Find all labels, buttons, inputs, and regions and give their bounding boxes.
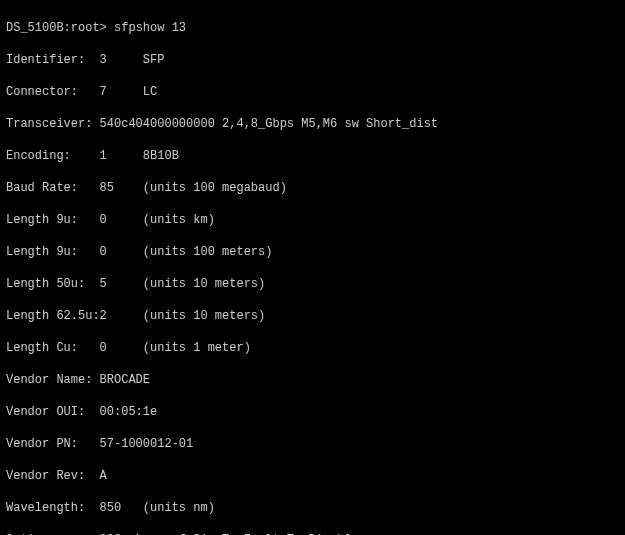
row-len625u: Length 62.5u:2 (units 10 meters) <box>6 308 619 324</box>
row-connector: Connector: 7 LC <box>6 84 619 100</box>
row-vendor-rev: Vendor Rev: A <box>6 468 619 484</box>
row-vendor-name: Vendor Name: BROCADE <box>6 372 619 388</box>
row-identifier: Identifier: 3 SFP <box>6 52 619 68</box>
command: sfpshow 13 <box>114 21 186 35</box>
row-vendor-oui: Vendor OUI: 00:05:1e <box>6 404 619 420</box>
terminal-output: DS_5100B:root> sfpshow 13 Identifier: 3 … <box>0 0 625 535</box>
row-len9u-km: Length 9u: 0 (units km) <box>6 212 619 228</box>
row-lencu: Length Cu: 0 (units 1 meter) <box>6 340 619 356</box>
row-baud-rate: Baud Rate: 85 (units 100 megabaud) <box>6 180 619 196</box>
row-wavelength: Wavelength: 850 (units nm) <box>6 500 619 516</box>
row-transceiver: Transceiver: 540c404000000000 2,4,8_Gbps… <box>6 116 619 132</box>
row-len9u-100m: Length 9u: 0 (units 100 meters) <box>6 244 619 260</box>
command-line[interactable]: DS_5100B:root> sfpshow 13 <box>6 20 619 36</box>
row-len50u: Length 50u: 5 (units 10 meters) <box>6 276 619 292</box>
row-vendor-pn: Vendor PN: 57-1000012-01 <box>6 436 619 452</box>
row-encoding: Encoding: 1 8B10B <box>6 148 619 164</box>
prompt: DS_5100B:root> <box>6 21 114 35</box>
